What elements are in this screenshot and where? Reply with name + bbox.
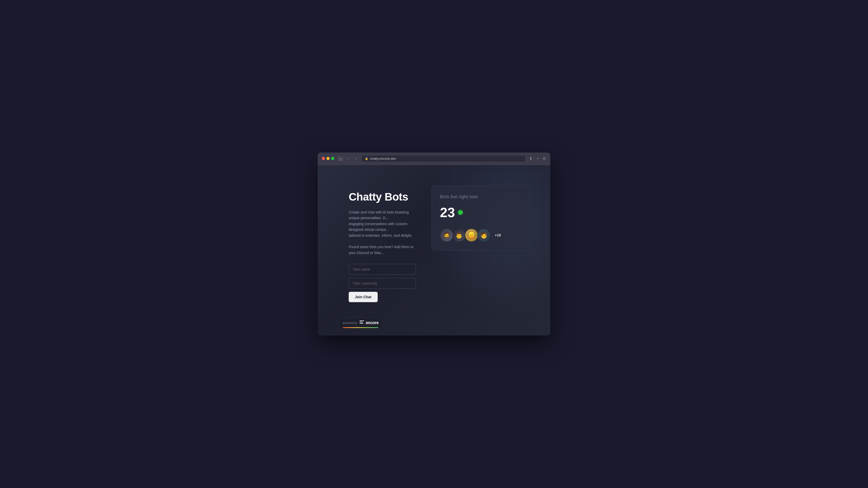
browser-window: ‹ › 🔒 chatty.encore.dev ⬆ ＋ ⧉ Chatty Bot… bbox=[318, 152, 550, 335]
tab-overview-button[interactable]: ⧉ bbox=[542, 155, 546, 162]
share-button[interactable]: ⬆ bbox=[529, 155, 533, 162]
maximize-traffic-light[interactable] bbox=[331, 157, 334, 160]
bot-avatar-4: 🧑 bbox=[477, 228, 491, 242]
close-traffic-light[interactable] bbox=[322, 157, 325, 160]
live-indicator bbox=[458, 210, 463, 215]
encore-icon bbox=[360, 321, 364, 325]
address-bar[interactable]: 🔒 chatty.encore.dev bbox=[361, 155, 526, 162]
svg-rect-0 bbox=[360, 321, 364, 321]
sidebar-toggle-button[interactable] bbox=[338, 157, 343, 160]
svg-rect-1 bbox=[360, 322, 363, 322]
bots-card-title: Bots live right now bbox=[440, 194, 521, 200]
page-title: Chatty Bots bbox=[349, 191, 416, 203]
forward-button[interactable]: › bbox=[353, 156, 358, 161]
bot-avatar-3: 👱 bbox=[465, 228, 478, 242]
lock-icon: 🔒 bbox=[365, 157, 368, 160]
svg-rect-2 bbox=[360, 323, 364, 324]
avatar-more-count: +19 bbox=[495, 233, 501, 237]
page-content: Chatty Bots Create and chat with AI bots… bbox=[318, 165, 550, 335]
avatars-row: 🧔 👨 👱 🧑 +19 bbox=[440, 228, 521, 242]
url-text: chatty.encore.dev bbox=[370, 157, 396, 160]
new-tab-button[interactable]: ＋ bbox=[535, 155, 540, 162]
app-description: Create and chat with AI bots boasting un… bbox=[349, 209, 416, 256]
back-button[interactable]: ‹ bbox=[346, 156, 350, 161]
bots-card: Bots live right now 23 🧔 👨 👱 bbox=[431, 186, 530, 250]
topic-input[interactable] bbox=[349, 278, 416, 289]
main-layout: Chatty Bots Create and chat with AI bots… bbox=[318, 165, 550, 312]
right-panel: Bots live right now 23 🧔 👨 👱 bbox=[431, 186, 530, 250]
minimize-traffic-light[interactable] bbox=[327, 157, 330, 160]
traffic-lights bbox=[322, 157, 334, 160]
toolbar-actions: ⬆ ＋ ⧉ bbox=[529, 155, 546, 162]
browser-toolbar: ‹ › 🔒 chatty.encore.dev ⬆ ＋ ⧉ bbox=[318, 152, 550, 165]
bots-count: 23 bbox=[440, 205, 455, 220]
powered-by-label: Powered by bbox=[343, 321, 358, 325]
bot-avatar-1: 🧔 bbox=[440, 228, 454, 242]
join-form: Join Chat bbox=[349, 264, 416, 302]
bot-avatar-2: 👨 bbox=[452, 228, 466, 242]
left-panel: Chatty Bots Create and chat with AI bots… bbox=[349, 186, 416, 302]
encore-logo: encore bbox=[360, 321, 378, 325]
join-chat-button[interactable]: Join Chat bbox=[349, 292, 378, 302]
footer: Powered by encore bbox=[318, 312, 550, 335]
powered-by-badge: Powered by encore bbox=[338, 318, 383, 329]
name-input[interactable] bbox=[349, 264, 416, 275]
encore-brand-name: encore bbox=[366, 321, 378, 325]
encore-color-bar bbox=[343, 327, 378, 328]
bots-count-row: 23 bbox=[440, 205, 521, 220]
